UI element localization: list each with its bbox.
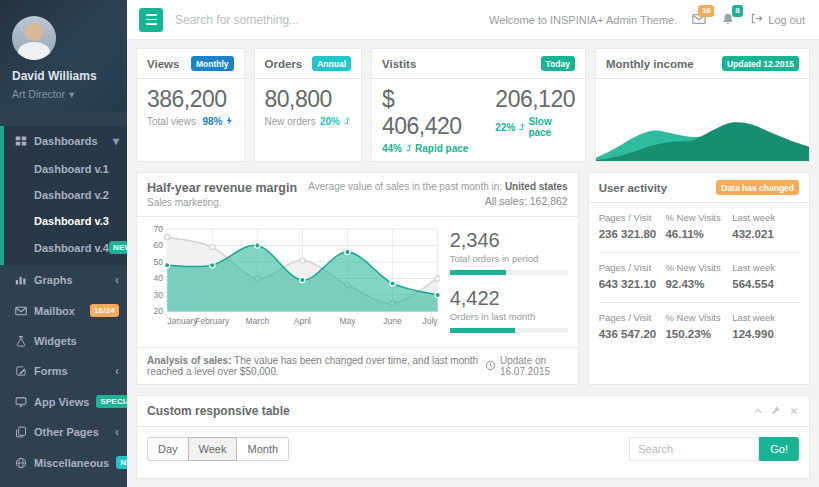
activity-cell-pages-visit: Pages / Visit643 321.10 [599, 262, 666, 290]
income-badge: Updated 12.2015 [722, 56, 799, 71]
col-header-project: Project [165, 471, 328, 478]
orders-in-period-progressbar [450, 270, 568, 275]
sidebar-item-label: Forms [34, 365, 68, 377]
welcome-text: Welcome to INSPINIA+ Admin Theme. [489, 14, 677, 26]
orders-last-month-label: Orders in last month [450, 311, 568, 322]
revenue-panel: Half-year revenue margin Sales marketing… [136, 172, 579, 385]
files-icon [15, 426, 27, 438]
messages-button[interactable]: 16 [692, 12, 706, 28]
orders-label: New orders [265, 116, 316, 127]
sidebar-item-dashboards[interactable]: Dashboards▾ [4, 126, 127, 156]
visits-box: Vistits Today $ 406,420 44% Rapid pace [371, 48, 586, 162]
activity-label: Pages / Visit [599, 212, 666, 223]
user-role-dropdown[interactable]: Art Director ▾ [12, 88, 115, 100]
avatar [12, 16, 56, 60]
svg-text:20: 20 [154, 306, 164, 316]
level-up-icon [517, 122, 526, 133]
nav-section-forms: Forms‹ [0, 356, 127, 386]
top-navbar: Welcome to INSPINIA+ Admin Theme. 16 8 L… [127, 0, 819, 40]
user-activity-title: User activity [599, 182, 667, 194]
svg-text:70: 70 [154, 225, 164, 234]
activity-cell-new-visits: % New Visits92.43% [665, 262, 732, 290]
views-value: 386,200 [147, 86, 234, 113]
notifications-button[interactable]: 8 [721, 12, 735, 28]
level-up-icon [404, 143, 413, 154]
views-badge: Monthly [191, 56, 234, 71]
sidebar-item-graphs[interactable]: Graphs‹ [4, 265, 127, 295]
wrench-icon[interactable] [771, 406, 781, 416]
nav-section-graphs: Graphs‹ [0, 265, 127, 295]
navbar-right: Welcome to INSPINIA+ Admin Theme. 16 8 L… [489, 12, 819, 28]
sign-out-icon [750, 12, 763, 27]
sidebar-item-miscellaneous[interactable]: MiscellaneousNEW [4, 447, 127, 478]
visits-title: Vistits [382, 58, 416, 70]
globe-icon [15, 457, 27, 469]
activity-value: 236 321.80 [599, 228, 666, 240]
page-content: Views Monthly 386,200 Total views 98% [127, 40, 819, 487]
notifications-count-badge: 8 [732, 5, 743, 17]
sidebar-item-mailbox[interactable]: Mailbox16/24 [4, 295, 127, 326]
table-search-input[interactable] [629, 437, 759, 461]
monthly-income-chart [596, 109, 809, 161]
activity-cell-pages-visit: Pages / Visit236 321.80 [599, 212, 666, 240]
sidebar-badge: 16/24 [90, 304, 119, 317]
all-sales: All sales: 162,862 [308, 195, 567, 207]
activity-cell-pages-visit: Pages / Visit436 547.20 [599, 312, 666, 340]
revenue-subtitle: Sales marketing. [147, 197, 297, 208]
sidebar-badge: NEW [116, 456, 127, 469]
orders-badge: Annual [312, 56, 351, 71]
activity-value: 92.43% [665, 278, 732, 290]
sidebar-subitem-dashboard-v-2[interactable]: Dashboard v.2 [4, 182, 127, 208]
sidebar-item-label: Graphs [34, 274, 73, 286]
submenu: Dashboard v.1Dashboard v.2Dashboard v.3D… [4, 156, 127, 265]
sidebar-item-app-views[interactable]: App ViewsSPECIAL [4, 386, 127, 417]
app-window: David Williams Art Director ▾ Dashboards… [0, 0, 819, 487]
range-button-day[interactable]: Day [147, 437, 188, 461]
update-info: Update on 16.07.2015 [485, 355, 568, 377]
sidebar-item-ui-elements[interactable]: UI Elements‹ [4, 478, 127, 487]
activity-cell-last-week: Last week432.021 [732, 212, 799, 240]
sidebar-subitem-dashboard-v-4[interactable]: Dashboard v.4NEW [4, 234, 127, 261]
search-input[interactable] [175, 13, 415, 27]
nav-section-miscellaneous: MiscellaneousNEW [0, 447, 127, 478]
logout-button[interactable]: Log out [750, 12, 805, 27]
activity-value: 46.11% [665, 228, 732, 240]
col-header-company: Company [491, 471, 631, 478]
menu-toggle-button[interactable] [139, 8, 163, 32]
sidebar-item-forms[interactable]: Forms‹ [4, 356, 127, 386]
svg-text:60: 60 [154, 240, 164, 250]
visits-badge: Today [541, 56, 575, 71]
sidebar-item-label: App Views [34, 396, 89, 408]
navbar-search [175, 13, 415, 27]
nav-section-mailbox: Mailbox16/24 [0, 295, 127, 326]
edit-icon [15, 365, 27, 377]
activity-label: Last week [732, 262, 799, 273]
activity-cell-new-visits: % New Visits46.11% [665, 212, 732, 240]
user-activity-list: Pages / Visit236 321.80% New Visits46.11… [589, 203, 809, 384]
activity-cell-last-week: Last week124.990 [732, 312, 799, 340]
sidebar-nav: Dashboards▾Dashboard v.1Dashboard v.2Das… [0, 126, 127, 487]
range-button-week[interactable]: Week [188, 437, 238, 461]
views-box: Views Monthly 386,200 Total views 98% [136, 48, 245, 162]
activity-label: Last week [732, 312, 799, 323]
nav-section-widgets: Widgets [0, 326, 127, 356]
close-icon[interactable] [789, 406, 799, 416]
orders-in-period-label: Total orders in period [450, 253, 568, 264]
user-profile: David Williams Art Director ▾ [0, 0, 127, 112]
col-header-phone: Phone [407, 471, 491, 478]
activity-row: Pages / Visit236 321.80% New Visits46.11… [599, 203, 799, 253]
activity-value: 124.990 [732, 328, 799, 340]
sidebar-item-other-pages[interactable]: Other Pages‹ [4, 417, 127, 447]
table-row-wrap: Custom responsive table DayWeekMonth [136, 395, 810, 479]
activity-value: 150.23% [665, 328, 732, 340]
range-button-month[interactable]: Month [237, 437, 289, 461]
sidebar-item-widgets[interactable]: Widgets [4, 326, 127, 356]
middle-row: Half-year revenue margin Sales marketing… [136, 172, 810, 385]
sidebar-subitem-dashboard-v-3[interactable]: Dashboard v.3 [4, 208, 127, 234]
collapse-icon[interactable] [753, 406, 763, 416]
sidebar-subitem-dashboard-v-1[interactable]: Dashboard v.1 [4, 156, 127, 182]
bar-chart-icon [15, 274, 27, 286]
go-button[interactable]: Go! [759, 437, 799, 461]
caret-down-icon: ▾ [69, 88, 74, 100]
subitem-label: Dashboard v.3 [34, 215, 109, 227]
